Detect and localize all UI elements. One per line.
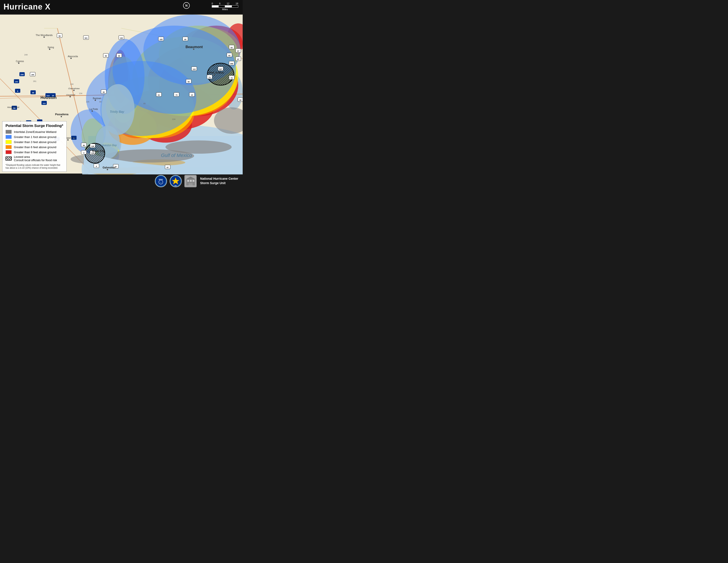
scale-graphic <box>212 5 238 8</box>
legend-panel: Potential Storm Surge Flooding* Intertid… <box>2 121 67 172</box>
legend-note: *Displayed flooding values indicate the … <box>6 164 63 169</box>
svg-text:Trinity Bay: Trinity Bay <box>110 110 124 113</box>
legend-label-levee: Leveed areaConsult local officials for f… <box>14 155 57 162</box>
legend-color-1ft <box>6 135 12 139</box>
svg-text:358: 358 <box>230 63 233 65</box>
legend-item-1ft: Greater than 1 foot above ground <box>6 135 63 139</box>
svg-text:290: 290 <box>20 73 24 76</box>
legend-color-9ft <box>6 150 12 154</box>
svg-text:Beaumont: Beaumont <box>186 45 203 49</box>
svg-text:The Woodlands: The Woodlands <box>36 34 53 36</box>
svg-text:Gulf of Mexico: Gulf of Mexico <box>161 152 192 158</box>
svg-text:90: 90 <box>188 81 190 83</box>
svg-text:87: 87 <box>237 50 239 52</box>
svg-point-48 <box>207 63 234 85</box>
svg-text:Spring: Spring <box>48 46 54 49</box>
svg-rect-191 <box>189 183 193 185</box>
scale-bar: 0 6 12 18 Miles <box>212 2 238 11</box>
svg-point-143 <box>95 100 96 101</box>
svg-text:90: 90 <box>118 55 120 57</box>
svg-text:Cypress: Cypress <box>16 60 24 62</box>
svg-point-155 <box>67 139 69 141</box>
svg-point-145 <box>61 116 62 117</box>
svg-text:Cloverleaf: Cloverleaf <box>66 94 75 96</box>
svg-point-132 <box>49 49 50 50</box>
svg-text:Galveston Bay: Galveston Bay <box>99 144 117 147</box>
svg-text:6: 6 <box>96 165 97 167</box>
svg-text:90: 90 <box>103 91 105 93</box>
svg-text:6: 6 <box>17 90 18 92</box>
svg-text:Houston: Houston <box>41 95 57 100</box>
legend-item-levee: Leveed areaConsult local officials for f… <box>6 155 63 162</box>
svg-point-157 <box>95 153 96 154</box>
svg-text:347: 347 <box>219 68 222 70</box>
svg-text:134: 134 <box>70 83 73 85</box>
svg-point-139 <box>73 90 75 91</box>
svg-text:73: 73 <box>176 94 178 96</box>
svg-text:73: 73 <box>209 76 211 78</box>
nws-logo: NWS <box>170 175 182 187</box>
north-arrow-icon: N <box>183 2 190 9</box>
footer-logos: NOAA ⚓ NWS <box>155 175 197 187</box>
legend-color-6ft <box>6 145 12 149</box>
svg-text:3: 3 <box>83 152 84 154</box>
svg-point-42 <box>165 140 232 154</box>
svg-text:69: 69 <box>184 38 186 40</box>
svg-text:Mission Bend: Mission Bend <box>7 106 19 108</box>
svg-text:99: 99 <box>99 101 101 103</box>
svg-point-161 <box>193 49 194 50</box>
legend-label-6ft: Greater than 6 feet above ground <box>14 145 56 149</box>
nhc-name-line1: National Hurricane Center <box>200 177 238 180</box>
svg-point-130 <box>43 36 45 38</box>
legend-label-wetland: Intertidal Zone/Estuarine Wetland <box>14 130 56 133</box>
svg-text:321: 321 <box>84 37 88 39</box>
svg-text:87: 87 <box>237 58 239 60</box>
svg-text:82: 82 <box>240 99 242 101</box>
svg-point-159 <box>107 169 108 170</box>
svg-text:Atascocita: Atascocita <box>68 55 78 58</box>
svg-text:Pasadena: Pasadena <box>55 113 69 116</box>
svg-point-147 <box>92 110 93 112</box>
svg-text:290: 290 <box>15 81 18 83</box>
svg-text:310: 310 <box>43 102 46 104</box>
svg-text:10: 10 <box>191 94 193 96</box>
svg-point-149 <box>11 108 13 110</box>
legend-color-wetland <box>6 130 12 134</box>
svg-point-141 <box>69 96 71 97</box>
svg-text:249: 249 <box>31 74 34 75</box>
svg-point-134 <box>18 62 19 64</box>
footer-text: National Hurricane Center Storm Surge Un… <box>200 177 238 185</box>
svg-text:Channelview: Channelview <box>68 87 80 90</box>
svg-text:La Porte: La Porte <box>90 108 98 110</box>
nhc-logo <box>184 175 197 187</box>
nhc-name-line2: Storm Surge Unit <box>200 181 225 185</box>
legend-label-9ft: Greater than 9 feet above ground <box>14 150 56 154</box>
svg-text:105: 105 <box>159 38 163 40</box>
svg-rect-188 <box>187 180 189 182</box>
svg-point-136 <box>70 58 72 59</box>
legend-label-1ft: Greater than 1 foot above ground <box>14 135 56 139</box>
svg-text:Galveston: Galveston <box>103 166 115 169</box>
svg-text:⚓: ⚓ <box>160 181 162 183</box>
svg-point-179 <box>156 175 166 186</box>
page-title: Hurricane X <box>4 2 51 11</box>
svg-text:Texas City: Texas City <box>92 149 105 152</box>
svg-text:96: 96 <box>83 144 85 146</box>
svg-text:146: 146 <box>91 145 94 147</box>
svg-rect-189 <box>190 180 192 182</box>
header-bar: Hurricane X N 0 6 12 18 Miles <box>0 0 243 14</box>
svg-text:NWS: NWS <box>174 185 177 186</box>
svg-text:65: 65 <box>143 102 146 105</box>
svg-rect-190 <box>193 180 194 182</box>
legend-item-6ft: Greater than 6 feet above ground <box>6 145 63 149</box>
svg-text:225: 225 <box>86 101 89 103</box>
svg-text:Baytown: Baytown <box>93 97 101 100</box>
svg-text:261: 261 <box>33 80 36 82</box>
svg-text:87: 87 <box>167 166 169 168</box>
svg-text:59: 59 <box>59 35 61 37</box>
svg-text:134: 134 <box>79 92 82 94</box>
legend-color-3ft <box>6 140 12 144</box>
legend-title: Potential Storm Surge Flooding* <box>6 124 63 128</box>
legend-item-wetland: Intertidal Zone/Estuarine Wetland <box>6 130 63 134</box>
svg-text:124: 124 <box>193 68 196 70</box>
